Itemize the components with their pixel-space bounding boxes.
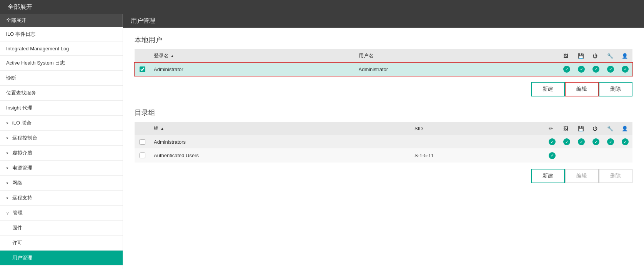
- local-users-col-icon1: 🖼: [559, 49, 574, 63]
- dir-col-icon4: ⏻: [589, 122, 603, 135]
- sidebar-item-virtual-media[interactable]: > 虚拟介质: [0, 146, 123, 161]
- admin-login: Administrator: [150, 63, 355, 76]
- local-users-col-icon3: ⏻: [589, 49, 603, 63]
- save-header-icon: 💾: [578, 53, 584, 59]
- admin-checkbox-cell[interactable]: [135, 63, 150, 76]
- chevron-icon: >: [6, 166, 8, 170]
- administrators-perm2: ✓: [559, 135, 574, 149]
- dir-col-icon3: 💾: [574, 122, 589, 135]
- perm-check-icon: ✓: [578, 66, 585, 73]
- sidebar-item-label: 电源管理: [12, 164, 32, 171]
- dir-groups-new-button[interactable]: 新建: [531, 169, 565, 183]
- sidebar-item-license[interactable]: 许可: [0, 236, 123, 251]
- local-users-col-icon4: 🔧: [603, 49, 618, 63]
- chevron-icon: >: [6, 181, 8, 185]
- local-users-col-icon2: 💾: [574, 49, 589, 63]
- auth-users-checkbox-cell[interactable]: [135, 148, 150, 163]
- local-users-col-login: 登录名 ▲: [150, 49, 355, 63]
- sidebar-item-ilo-event-log[interactable]: iLO 事件日志: [0, 27, 123, 42]
- sidebar-item-location-service[interactable]: 位置查找服务: [0, 86, 123, 101]
- perm-check-icon: ✓: [549, 152, 556, 159]
- user-header-icon: 👤: [622, 53, 628, 59]
- top-bar: 全部展开: [0, 0, 644, 14]
- perm-check-icon: ✓: [622, 66, 629, 73]
- sidebar-item-label: 诊断: [6, 75, 16, 81]
- sidebar-item-label: iLO 联合: [12, 120, 32, 126]
- sidebar-item-label: 管理: [13, 209, 23, 216]
- table-row: Administrators ✓ ✓ ✓ ✓ ✓ ✓: [135, 135, 632, 149]
- perm-check-icon: ✓: [607, 66, 614, 73]
- sidebar-item-firmware[interactable]: 固件: [0, 221, 123, 236]
- camera-header-icon: 🖼: [563, 53, 568, 59]
- save-header-icon2: 💾: [578, 126, 584, 131]
- sidebar-item-network[interactable]: > 网络: [0, 176, 123, 191]
- wrench-header-icon2: 🔧: [607, 126, 613, 131]
- administrators-perm4: ✓: [589, 135, 603, 149]
- administrators-perm6: ✓: [618, 135, 632, 149]
- administrators-sid: [411, 135, 545, 149]
- sidebar-item-remote-support[interactable]: > 远程支持: [0, 191, 123, 206]
- sidebar-item-label: 固件: [12, 224, 22, 231]
- admin-perm4: ✓: [603, 63, 618, 76]
- dir-col-sid: SID: [411, 122, 545, 135]
- sidebar-item-active-health-log[interactable]: Active Health System 日志: [0, 56, 123, 71]
- sidebar-item-label: 位置查找服务: [6, 90, 36, 96]
- sidebar-item-label: Insight 代理: [6, 105, 32, 111]
- sidebar-item-remote-console[interactable]: > 远程控制台: [0, 131, 123, 146]
- login-sort-arrow: ▲: [170, 54, 174, 58]
- group-sort-arrow: ▲: [160, 126, 164, 131]
- expand-all-label: 全部展开: [8, 3, 32, 11]
- sidebar-expand-all[interactable]: 全部展开: [0, 14, 123, 27]
- dir-col-group: 组 ▲: [150, 122, 411, 135]
- dir-col-icon6: 👤: [618, 122, 632, 135]
- sidebar-item-power-management[interactable]: > 电源管理: [0, 161, 123, 176]
- perm-check-icon: ✓: [622, 138, 629, 145]
- power-header-icon2: ⏻: [592, 126, 597, 131]
- sidebar-item-insight-proxy[interactable]: Insight 代理: [0, 101, 123, 116]
- chevron-icon: >: [6, 196, 8, 200]
- page-title: 用户管理: [123, 14, 644, 28]
- local-users-col-check: [135, 49, 150, 63]
- chevron-icon: ∨: [6, 211, 9, 215]
- perm-check-icon: ✓: [592, 138, 599, 145]
- perm-check-icon: ✓: [549, 138, 556, 145]
- administrators-checkbox[interactable]: [140, 139, 145, 145]
- sidebar-item-management[interactable]: ∨ 管理: [0, 206, 123, 221]
- sidebar-item-label: Integrated Management Log: [6, 46, 69, 51]
- sidebar-item-access-settings[interactable]: 访问设置: [0, 266, 123, 269]
- sidebar-item-diagnostics[interactable]: 诊断: [0, 71, 123, 86]
- content-area: 本地用户 登录名 ▲: [123, 28, 644, 269]
- directory-groups-header-row: 组 ▲ SID ✏: [135, 122, 632, 135]
- auth-users-perm4: [589, 148, 603, 163]
- dir-groups-edit-button[interactable]: 编辑: [565, 169, 599, 183]
- auth-users-group: Authenticated Users: [150, 148, 411, 163]
- sidebar-item-label: 网络: [12, 179, 22, 186]
- directory-groups-table: 组 ▲ SID ✏: [135, 122, 632, 163]
- admin-checkbox[interactable]: [140, 66, 145, 72]
- perm-check-icon: ✓: [592, 66, 599, 73]
- chevron-icon: >: [6, 151, 8, 155]
- administrators-group: Administrators: [150, 135, 411, 149]
- user-header-icon2: 👤: [622, 126, 628, 131]
- sidebar-item-label: Active Health System 日志: [6, 60, 65, 66]
- dir-col-icon1: ✏: [545, 122, 559, 135]
- local-users-new-button[interactable]: 新建: [531, 82, 565, 96]
- dir-col-icon2: 🖼: [559, 122, 574, 135]
- auth-users-checkbox[interactable]: [140, 153, 145, 158]
- local-users-delete-button[interactable]: 删除: [599, 82, 632, 96]
- chevron-icon: >: [6, 136, 8, 140]
- dir-col-icon5: 🔧: [603, 122, 618, 135]
- local-users-edit-button[interactable]: 编辑: [565, 82, 599, 96]
- sidebar-item-user-management[interactable]: 用户管理: [0, 251, 123, 266]
- dir-groups-delete-button[interactable]: 删除: [599, 169, 632, 183]
- sidebar-item-ilo-federation[interactable]: > iLO 联合: [0, 116, 123, 131]
- admin-perm2: ✓: [574, 63, 589, 76]
- table-row: Authenticated Users S-1-5-11 ✓: [135, 148, 632, 163]
- admin-perm1: ✓: [559, 63, 574, 76]
- local-users-btn-row: 新建 编辑 删除: [135, 82, 632, 96]
- admin-perm5: ✓: [618, 63, 632, 76]
- sidebar-item-integrated-management-log[interactable]: Integrated Management Log: [0, 42, 123, 56]
- admin-perm3: ✓: [589, 63, 603, 76]
- administrators-checkbox-cell[interactable]: [135, 135, 150, 149]
- table-row: Administrator Administrator ✓ ✓ ✓ ✓ ✓: [135, 63, 632, 76]
